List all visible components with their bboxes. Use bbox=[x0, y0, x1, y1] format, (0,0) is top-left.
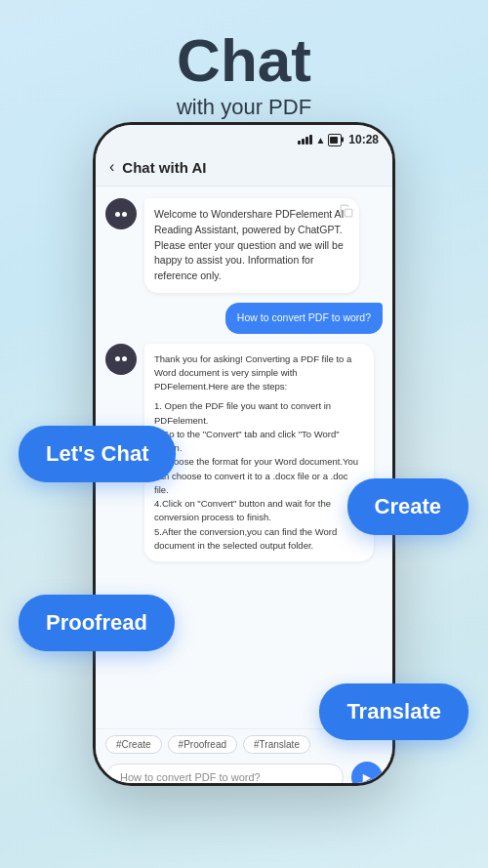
back-button[interactable]: ‹ bbox=[109, 158, 114, 176]
hero-subtitle: with your PDF bbox=[0, 96, 488, 119]
user-bubble: How to convert PDF to word? bbox=[225, 303, 383, 334]
proofread-label[interactable]: Proofread bbox=[19, 595, 175, 651]
wifi-icon: ▲ bbox=[315, 135, 325, 145]
battery-icon bbox=[328, 134, 342, 146]
ai-welcome-bubble: Welcome to Wondershare PDFelement AI Rea… bbox=[144, 198, 359, 293]
hero-section: Chat with your PDF bbox=[0, 0, 488, 119]
translate-label[interactable]: Translate bbox=[319, 683, 468, 740]
signal-icon bbox=[298, 135, 312, 145]
hashtag-create[interactable]: #Create bbox=[105, 735, 162, 754]
chat-input[interactable]: How to convert PDF to word? bbox=[105, 764, 344, 786]
ai-welcome-text: Welcome to Wondershare PDFelement AI Rea… bbox=[154, 208, 345, 281]
user-question-text: How to convert PDF to word? bbox=[237, 311, 371, 323]
ai-welcome-message: Welcome to Wondershare PDFelement AI Rea… bbox=[105, 198, 383, 293]
ai-response-text-1: Thank you for asking! Converting a PDF f… bbox=[154, 352, 364, 394]
svg-rect-0 bbox=[345, 209, 352, 217]
user-question-message: How to convert PDF to word? bbox=[105, 303, 383, 334]
ai-avatar-2 bbox=[105, 344, 137, 375]
status-bar: ▲ 10:28 bbox=[96, 125, 392, 150]
send-button[interactable]: ► bbox=[351, 762, 383, 786]
create-label[interactable]: Create bbox=[347, 478, 468, 535]
time-display: 10:28 bbox=[348, 133, 379, 146]
copy-icon[interactable] bbox=[340, 204, 353, 218]
send-icon: ► bbox=[360, 769, 374, 785]
chat-title: Chat with AI bbox=[122, 159, 206, 176]
lets-chat-label[interactable]: Let's Chat bbox=[19, 426, 176, 482]
ai-avatar bbox=[105, 198, 137, 229]
hashtag-proofread[interactable]: #Proofread bbox=[168, 735, 237, 754]
input-value: How to convert PDF to word? bbox=[120, 771, 261, 783]
hashtag-translate[interactable]: #Translate bbox=[243, 735, 310, 754]
input-row: How to convert PDF to word? ► bbox=[105, 762, 383, 786]
ai-response-text-2: 1. Open the PDF file you want to convert… bbox=[154, 399, 364, 553]
ai-avatar-dots bbox=[115, 212, 127, 217]
hero-title: Chat bbox=[0, 27, 488, 94]
chat-header: ‹ Chat with AI bbox=[96, 150, 392, 186]
ai-response-bubble: Thank you for asking! Converting a PDF f… bbox=[144, 344, 374, 562]
